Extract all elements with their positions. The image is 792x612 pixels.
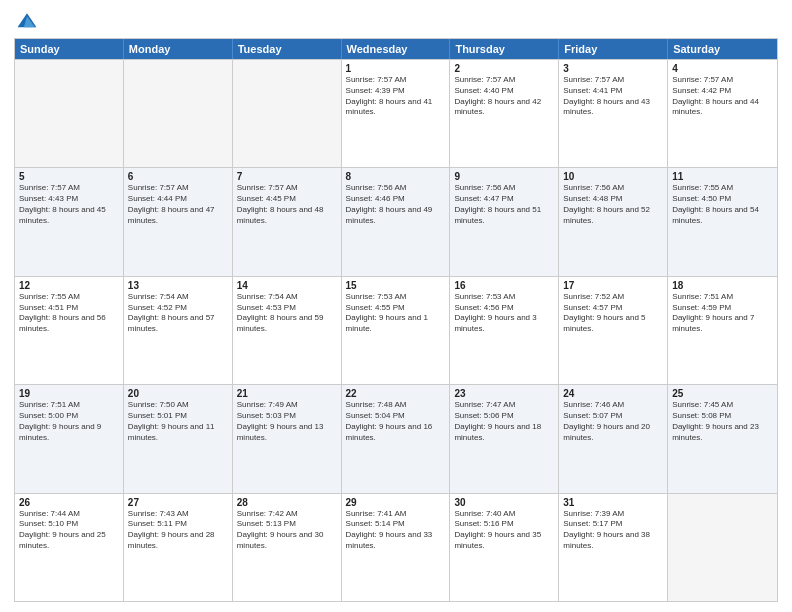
cell-info: Sunrise: 7:44 AM Sunset: 5:10 PM Dayligh… [19,509,119,552]
day-number: 1 [346,63,446,74]
day-number: 13 [128,280,228,291]
cal-cell-r0-c6: 4Sunrise: 7:57 AM Sunset: 4:42 PM Daylig… [668,60,777,167]
calendar-header-row: Sunday Monday Tuesday Wednesday Thursday… [15,39,777,59]
cell-info: Sunrise: 7:42 AM Sunset: 5:13 PM Dayligh… [237,509,337,552]
cell-info: Sunrise: 7:53 AM Sunset: 4:55 PM Dayligh… [346,292,446,335]
cal-cell-r4-c1: 27Sunrise: 7:43 AM Sunset: 5:11 PM Dayli… [124,494,233,601]
cal-cell-r4-c4: 30Sunrise: 7:40 AM Sunset: 5:16 PM Dayli… [450,494,559,601]
cal-cell-r2-c1: 13Sunrise: 7:54 AM Sunset: 4:52 PM Dayli… [124,277,233,384]
calendar-row-3: 12Sunrise: 7:55 AM Sunset: 4:51 PM Dayli… [15,276,777,384]
cal-cell-r1-c6: 11Sunrise: 7:55 AM Sunset: 4:50 PM Dayli… [668,168,777,275]
cal-cell-r4-c0: 26Sunrise: 7:44 AM Sunset: 5:10 PM Dayli… [15,494,124,601]
cal-cell-r2-c2: 14Sunrise: 7:54 AM Sunset: 4:53 PM Dayli… [233,277,342,384]
cal-cell-r2-c3: 15Sunrise: 7:53 AM Sunset: 4:55 PM Dayli… [342,277,451,384]
cal-cell-r3-c0: 19Sunrise: 7:51 AM Sunset: 5:00 PM Dayli… [15,385,124,492]
day-number: 18 [672,280,773,291]
cell-info: Sunrise: 7:56 AM Sunset: 4:48 PM Dayligh… [563,183,663,226]
day-number: 25 [672,388,773,399]
calendar-row-4: 19Sunrise: 7:51 AM Sunset: 5:00 PM Dayli… [15,384,777,492]
cal-cell-r0-c2 [233,60,342,167]
cal-cell-r0-c5: 3Sunrise: 7:57 AM Sunset: 4:41 PM Daylig… [559,60,668,167]
day-number: 7 [237,171,337,182]
header-thursday: Thursday [450,39,559,59]
cal-cell-r0-c0 [15,60,124,167]
cal-cell-r3-c5: 24Sunrise: 7:46 AM Sunset: 5:07 PM Dayli… [559,385,668,492]
cell-info: Sunrise: 7:52 AM Sunset: 4:57 PM Dayligh… [563,292,663,335]
cal-cell-r1-c0: 5Sunrise: 7:57 AM Sunset: 4:43 PM Daylig… [15,168,124,275]
calendar-row-1: 1Sunrise: 7:57 AM Sunset: 4:39 PM Daylig… [15,59,777,167]
day-number: 22 [346,388,446,399]
cal-cell-r2-c6: 18Sunrise: 7:51 AM Sunset: 4:59 PM Dayli… [668,277,777,384]
day-number: 21 [237,388,337,399]
cal-cell-r3-c3: 22Sunrise: 7:48 AM Sunset: 5:04 PM Dayli… [342,385,451,492]
day-number: 5 [19,171,119,182]
cell-info: Sunrise: 7:40 AM Sunset: 5:16 PM Dayligh… [454,509,554,552]
cell-info: Sunrise: 7:47 AM Sunset: 5:06 PM Dayligh… [454,400,554,443]
calendar: Sunday Monday Tuesday Wednesday Thursday… [14,38,778,602]
cell-info: Sunrise: 7:57 AM Sunset: 4:44 PM Dayligh… [128,183,228,226]
day-number: 16 [454,280,554,291]
day-number: 2 [454,63,554,74]
cal-cell-r4-c5: 31Sunrise: 7:39 AM Sunset: 5:17 PM Dayli… [559,494,668,601]
day-number: 15 [346,280,446,291]
cell-info: Sunrise: 7:57 AM Sunset: 4:45 PM Dayligh… [237,183,337,226]
day-number: 19 [19,388,119,399]
logo-icon [16,10,38,32]
cell-info: Sunrise: 7:54 AM Sunset: 4:52 PM Dayligh… [128,292,228,335]
cell-info: Sunrise: 7:57 AM Sunset: 4:41 PM Dayligh… [563,75,663,118]
day-number: 9 [454,171,554,182]
cell-info: Sunrise: 7:46 AM Sunset: 5:07 PM Dayligh… [563,400,663,443]
cell-info: Sunrise: 7:45 AM Sunset: 5:08 PM Dayligh… [672,400,773,443]
calendar-row-2: 5Sunrise: 7:57 AM Sunset: 4:43 PM Daylig… [15,167,777,275]
cell-info: Sunrise: 7:56 AM Sunset: 4:46 PM Dayligh… [346,183,446,226]
day-number: 4 [672,63,773,74]
cal-cell-r2-c5: 17Sunrise: 7:52 AM Sunset: 4:57 PM Dayli… [559,277,668,384]
cell-info: Sunrise: 7:55 AM Sunset: 4:50 PM Dayligh… [672,183,773,226]
day-number: 31 [563,497,663,508]
cal-cell-r4-c3: 29Sunrise: 7:41 AM Sunset: 5:14 PM Dayli… [342,494,451,601]
cell-info: Sunrise: 7:51 AM Sunset: 5:00 PM Dayligh… [19,400,119,443]
header-saturday: Saturday [668,39,777,59]
day-number: 8 [346,171,446,182]
cell-info: Sunrise: 7:53 AM Sunset: 4:56 PM Dayligh… [454,292,554,335]
day-number: 23 [454,388,554,399]
calendar-body: 1Sunrise: 7:57 AM Sunset: 4:39 PM Daylig… [15,59,777,601]
cell-info: Sunrise: 7:51 AM Sunset: 4:59 PM Dayligh… [672,292,773,335]
day-number: 28 [237,497,337,508]
page: Sunday Monday Tuesday Wednesday Thursday… [0,0,792,612]
cal-cell-r1-c1: 6Sunrise: 7:57 AM Sunset: 4:44 PM Daylig… [124,168,233,275]
cell-info: Sunrise: 7:56 AM Sunset: 4:47 PM Dayligh… [454,183,554,226]
header-friday: Friday [559,39,668,59]
header-tuesday: Tuesday [233,39,342,59]
header-sunday: Sunday [15,39,124,59]
cal-cell-r1-c3: 8Sunrise: 7:56 AM Sunset: 4:46 PM Daylig… [342,168,451,275]
cell-info: Sunrise: 7:57 AM Sunset: 4:43 PM Dayligh… [19,183,119,226]
cal-cell-r1-c2: 7Sunrise: 7:57 AM Sunset: 4:45 PM Daylig… [233,168,342,275]
cell-info: Sunrise: 7:43 AM Sunset: 5:11 PM Dayligh… [128,509,228,552]
cell-info: Sunrise: 7:54 AM Sunset: 4:53 PM Dayligh… [237,292,337,335]
day-number: 27 [128,497,228,508]
cal-cell-r3-c1: 20Sunrise: 7:50 AM Sunset: 5:01 PM Dayli… [124,385,233,492]
cal-cell-r0-c3: 1Sunrise: 7:57 AM Sunset: 4:39 PM Daylig… [342,60,451,167]
cal-cell-r0-c1 [124,60,233,167]
day-number: 30 [454,497,554,508]
header [14,10,778,32]
logo-area [14,10,38,32]
day-number: 14 [237,280,337,291]
cal-cell-r3-c2: 21Sunrise: 7:49 AM Sunset: 5:03 PM Dayli… [233,385,342,492]
day-number: 29 [346,497,446,508]
cell-info: Sunrise: 7:48 AM Sunset: 5:04 PM Dayligh… [346,400,446,443]
day-number: 11 [672,171,773,182]
day-number: 10 [563,171,663,182]
cell-info: Sunrise: 7:39 AM Sunset: 5:17 PM Dayligh… [563,509,663,552]
cal-cell-r2-c4: 16Sunrise: 7:53 AM Sunset: 4:56 PM Dayli… [450,277,559,384]
cal-cell-r1-c5: 10Sunrise: 7:56 AM Sunset: 4:48 PM Dayli… [559,168,668,275]
cal-cell-r3-c6: 25Sunrise: 7:45 AM Sunset: 5:08 PM Dayli… [668,385,777,492]
cell-info: Sunrise: 7:57 AM Sunset: 4:42 PM Dayligh… [672,75,773,118]
cell-info: Sunrise: 7:49 AM Sunset: 5:03 PM Dayligh… [237,400,337,443]
cell-info: Sunrise: 7:57 AM Sunset: 4:39 PM Dayligh… [346,75,446,118]
cal-cell-r2-c0: 12Sunrise: 7:55 AM Sunset: 4:51 PM Dayli… [15,277,124,384]
cell-info: Sunrise: 7:50 AM Sunset: 5:01 PM Dayligh… [128,400,228,443]
day-number: 6 [128,171,228,182]
cell-info: Sunrise: 7:55 AM Sunset: 4:51 PM Dayligh… [19,292,119,335]
